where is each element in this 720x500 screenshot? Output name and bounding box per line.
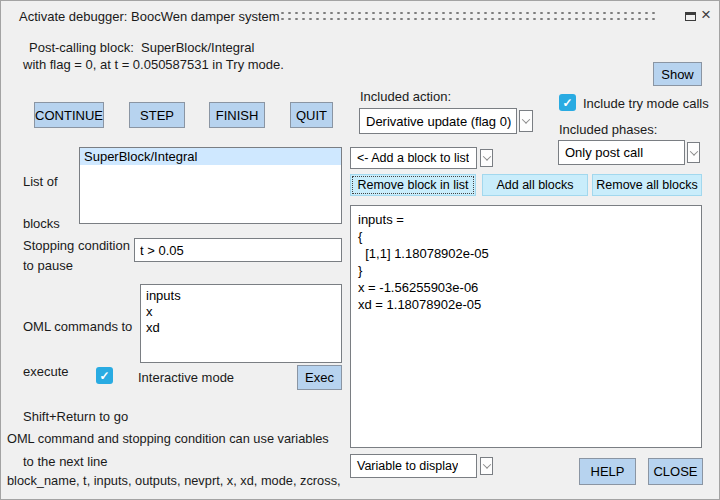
include-try-mode-checkbox[interactable]: ✓ [559,94,576,111]
add-all-blocks-button[interactable]: Add all blocks [482,174,588,196]
remove-all-blocks-button[interactable]: Remove all blocks [592,174,702,196]
variable-to-display-dropdown-button[interactable] [480,457,493,475]
debugger-window: Activate debugger: BoocWen damper system… [0,0,720,500]
included-phases-label: Included phases: [559,122,657,137]
finish-button[interactable]: FINISH [209,102,265,128]
stopping-condition-input[interactable] [134,238,342,262]
chevron-down-icon [482,152,490,160]
exec-button[interactable]: Exec [297,365,342,390]
window-title: Activate debugger: BoocWen damper system [19,9,280,24]
included-action-dropdown-button[interactable] [519,110,533,132]
variables-help-note: OML command and stopping condition can u… [7,404,341,500]
remove-block-button[interactable]: Remove block in list [350,174,476,196]
step-button[interactable]: STEP [129,102,185,128]
add-block-combo-value: <- Add a block to list [351,151,469,165]
variable-to-display-value: Variable to display [351,459,458,473]
status-line-flag-time: with flag = 0, at t = 0.050587531 in Try… [23,57,284,72]
chevron-down-icon [522,115,530,123]
status-line-block: Post-calling block: SuperBlock/Integral [29,40,254,55]
stopping-condition-label: Stopping condition [23,238,130,253]
block-list-label: List of blocks to pause [23,147,73,301]
close-icon[interactable]: × [701,5,711,25]
restore-window-icon[interactable] [685,12,696,21]
interactive-mode-checkbox[interactable]: ✓ [96,367,113,384]
add-block-dropdown-button[interactable] [480,149,493,167]
quit-button[interactable]: QUIT [290,102,333,128]
add-block-combo[interactable]: <- Add a block to list [350,147,477,169]
included-phases-dropdown-button[interactable] [687,142,700,163]
included-action-value: Derivative update (flag 0) [360,114,511,129]
included-phases-combo[interactable]: Only post call [558,140,685,165]
help-button[interactable]: HELP [579,458,636,485]
include-try-mode-label: Include try mode calls [583,96,709,111]
interactive-mode-label: Interactive mode [138,370,234,385]
check-icon: ✓ [99,370,109,382]
show-button[interactable]: Show [653,62,702,86]
chevron-down-icon [689,147,697,155]
continue-button[interactable]: CONTINUE [34,102,104,128]
close-button[interactable]: CLOSE [648,458,703,485]
drag-handle-dots-icon[interactable] [279,10,659,20]
oml-commands-textarea[interactable]: inputs x xd [140,284,342,363]
included-action-combo[interactable]: Derivative update (flag 0) [359,108,517,134]
included-action-label: Included action: [360,89,451,104]
blocks-to-pause-list[interactable]: SuperBlock/Integral [79,147,342,224]
check-icon: ✓ [562,97,572,109]
variable-output-display[interactable]: inputs = { [1,1] 1.18078902e-05 } x = -1… [350,205,702,448]
variable-to-display-combo[interactable]: Variable to display [350,454,477,478]
chevron-down-icon [482,460,490,468]
included-phases-value: Only post call [559,145,643,160]
list-item-selected[interactable]: SuperBlock/Integral [80,148,341,165]
